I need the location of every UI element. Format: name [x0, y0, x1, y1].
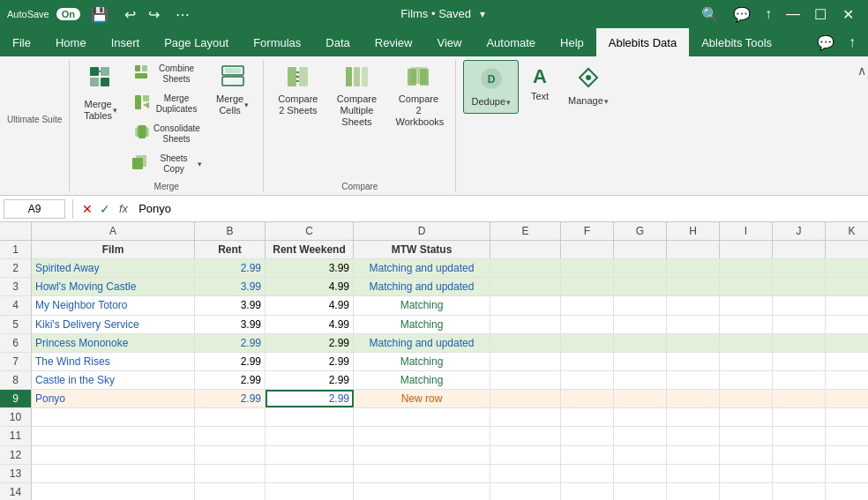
cell[interactable]: 3.99: [195, 278, 266, 295]
col-header-j[interactable]: J: [773, 222, 826, 240]
cell[interactable]: [354, 427, 490, 444]
cell[interactable]: [490, 465, 561, 482]
cell[interactable]: [490, 241, 561, 258]
autosave-toggle[interactable]: On: [56, 8, 80, 20]
cell[interactable]: [826, 483, 868, 500]
cell[interactable]: 4.99: [266, 278, 354, 295]
table-row[interactable]: 4My Neighbor Totoro3.994.99Matching: [0, 296, 868, 315]
table-row[interactable]: 10: [0, 408, 868, 427]
cell[interactable]: [195, 465, 266, 482]
cell[interactable]: [614, 408, 667, 426]
cell[interactable]: [826, 371, 868, 389]
cell[interactable]: [614, 296, 667, 314]
cell[interactable]: [720, 446, 773, 464]
cell[interactable]: [614, 446, 667, 464]
table-row[interactable]: 9Ponyo2.992.99New row: [0, 390, 868, 408]
table-row[interactable]: 1FilmRentRent WeekendMTW Status: [0, 241, 868, 259]
cell[interactable]: [773, 259, 826, 277]
cell[interactable]: [614, 483, 667, 500]
tab-data[interactable]: Data: [313, 28, 362, 56]
cell[interactable]: 2.99: [195, 390, 266, 407]
cell[interactable]: [195, 408, 266, 426]
cell[interactable]: [773, 483, 826, 500]
merge-duplicates-button[interactable]: Merge Duplicates: [126, 90, 207, 118]
cell[interactable]: [561, 334, 614, 352]
cell[interactable]: [354, 465, 490, 482]
cell[interactable]: [720, 241, 773, 258]
cell[interactable]: [667, 316, 720, 333]
cell[interactable]: [32, 427, 195, 444]
cell[interactable]: [667, 427, 720, 444]
cell[interactable]: Howl's Moving Castle: [32, 278, 195, 295]
cell[interactable]: [826, 316, 868, 333]
table-row[interactable]: 5Kiki's Delivery Service3.994.99Matching: [0, 316, 868, 334]
cell[interactable]: Kiki's Delivery Service: [32, 316, 195, 333]
cell[interactable]: [32, 446, 195, 464]
cell[interactable]: [490, 446, 561, 464]
cell[interactable]: [720, 296, 773, 314]
cell[interactable]: Spirited Away: [32, 259, 195, 277]
cell[interactable]: [614, 316, 667, 333]
cell[interactable]: [490, 259, 561, 277]
cell[interactable]: [720, 408, 773, 426]
comments-button[interactable]: 💬: [728, 4, 756, 25]
cell[interactable]: [773, 241, 826, 258]
cell[interactable]: [773, 465, 826, 482]
merge-tables-button[interactable]: MergeTables ▾: [77, 60, 124, 127]
col-header-f[interactable]: F: [561, 222, 614, 240]
cell[interactable]: Matching and updated: [354, 259, 490, 277]
share-ribbon-button[interactable]: ↑: [843, 33, 861, 52]
cell[interactable]: [667, 353, 720, 370]
cell[interactable]: [667, 259, 720, 277]
cell[interactable]: [826, 446, 868, 464]
cell[interactable]: 2.99: [266, 334, 354, 352]
cell[interactable]: Matching: [354, 371, 490, 389]
cell[interactable]: [561, 390, 614, 407]
cell[interactable]: [826, 278, 868, 295]
table-row[interactable]: 11: [0, 427, 868, 445]
cell[interactable]: Film: [32, 241, 195, 258]
tab-home[interactable]: Home: [43, 28, 99, 56]
cell[interactable]: [490, 427, 561, 444]
cell[interactable]: [773, 353, 826, 370]
cell[interactable]: [667, 278, 720, 295]
cell[interactable]: 2.99: [195, 259, 266, 277]
col-header-d[interactable]: D: [354, 222, 490, 240]
formula-confirm-icon[interactable]: ✓: [98, 202, 112, 216]
restore-button[interactable]: ☐: [809, 4, 832, 25]
cell[interactable]: [561, 316, 614, 333]
cell[interactable]: [614, 465, 667, 482]
tab-automate[interactable]: Automate: [474, 28, 548, 56]
table-row[interactable]: 14: [0, 483, 868, 500]
comments-ribbon-button[interactable]: 💬: [812, 33, 840, 53]
cell[interactable]: 2.99: [266, 371, 354, 389]
table-row[interactable]: 8Castle in the Sky2.992.99Matching: [0, 371, 868, 390]
cell[interactable]: [826, 353, 868, 370]
minimize-button[interactable]: —: [781, 4, 805, 24]
cell[interactable]: [614, 259, 667, 277]
cell[interactable]: [490, 334, 561, 352]
col-header-i[interactable]: I: [720, 222, 773, 240]
save-button[interactable]: 💾: [86, 4, 114, 25]
cell[interactable]: 2.99: [195, 334, 266, 352]
cell[interactable]: [826, 296, 868, 314]
cell[interactable]: [266, 427, 354, 444]
table-row[interactable]: 12: [0, 446, 868, 465]
cell[interactable]: Rent Weekend: [266, 241, 354, 258]
consolidate-sheets-button[interactable]: Consolidate Sheets: [126, 120, 207, 148]
cell[interactable]: [667, 483, 720, 500]
table-row[interactable]: 13: [0, 465, 868, 483]
cell[interactable]: Matching and updated: [354, 334, 490, 352]
cell[interactable]: Castle in the Sky: [32, 371, 195, 389]
cell[interactable]: [614, 278, 667, 295]
cell[interactable]: [614, 371, 667, 389]
cell[interactable]: [667, 408, 720, 426]
cell[interactable]: [490, 316, 561, 333]
cell[interactable]: Matching: [354, 316, 490, 333]
cell[interactable]: [490, 278, 561, 295]
col-header-h[interactable]: H: [667, 222, 720, 240]
table-row[interactable]: 7The Wind Rises2.992.99Matching: [0, 353, 868, 371]
cell[interactable]: Rent: [195, 241, 266, 258]
cell-name-input[interactable]: [4, 199, 65, 219]
merge-cells-large-button[interactable]: MergeCells ▾: [209, 60, 256, 122]
